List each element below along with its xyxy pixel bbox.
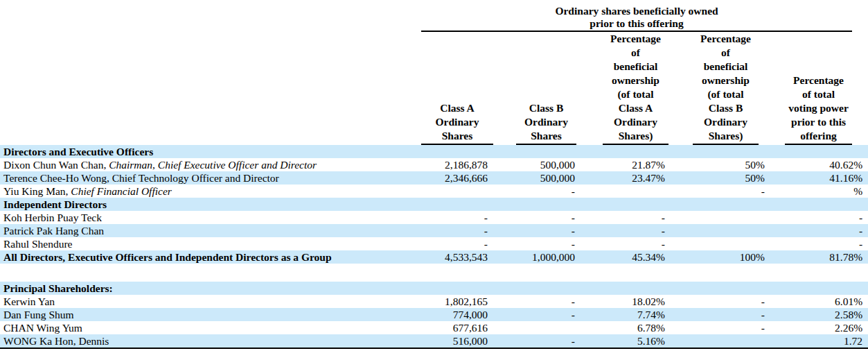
beneficial-ownership-table: Ordinary shares beneficially owned prior… xyxy=(0,0,868,357)
group-header-cell: Ordinary shares beneficially owned prior… xyxy=(416,0,868,32)
value-cell: - xyxy=(768,224,868,237)
value-cell xyxy=(493,321,579,334)
value-cell xyxy=(493,145,579,158)
person-row: Patrick Pak Hang Chan---- xyxy=(0,224,868,237)
value-cell: 21.87% xyxy=(579,158,671,171)
column-header-class-b-shares: Class BOrdinaryShares xyxy=(493,32,579,145)
value-cell: - xyxy=(671,185,768,198)
value-cell: - xyxy=(416,211,493,224)
row-title: Chairman, Chief Executive Officer and Di… xyxy=(106,159,317,171)
value-cell: 1.72 xyxy=(768,334,868,348)
value-cell: - xyxy=(493,237,579,250)
value-cell xyxy=(493,198,579,211)
value-cell: - xyxy=(579,237,671,250)
person-row: Kerwin Yan1,802,165-18.02%-6.01% xyxy=(0,295,868,308)
value-cell: - xyxy=(493,211,579,224)
row-label-cell: Kerwin Yan xyxy=(0,295,416,308)
section-row: Directors and Executive Officers xyxy=(0,145,868,158)
column-header-row: Class AOrdinaryShares Class BOrdinarySha… xyxy=(0,32,868,145)
row-label-cell: Rahul Shendure xyxy=(0,237,416,250)
row-label: CHAN Wing Yum xyxy=(3,322,82,334)
value-cell: - xyxy=(493,334,579,348)
bottom-rule xyxy=(0,348,868,357)
section-row: Principal Shareholders: xyxy=(0,282,868,295)
group-header-row: Ordinary shares beneficially owned prior… xyxy=(0,0,868,32)
bottom-rule-row xyxy=(0,348,868,357)
column-header-pct-class-b: Percentageofbeneficialownership(of total… xyxy=(671,32,768,145)
row-label: Principal Shareholders: xyxy=(3,282,113,294)
value-cell: - xyxy=(493,185,579,198)
value-cell xyxy=(671,224,768,237)
row-label: Dan Fung Shum xyxy=(3,309,74,320)
value-cell: - xyxy=(493,224,579,237)
value-cell: 7.74% xyxy=(579,308,671,321)
value-cell: 2,346,666 xyxy=(416,171,493,185)
person-row: Rahul Shendure---- xyxy=(0,237,868,250)
value-cell: 6.78% xyxy=(579,321,671,334)
value-cell xyxy=(671,282,768,295)
row-label-cell: Dan Fung Shum xyxy=(0,308,416,321)
value-cell: - xyxy=(416,224,493,237)
value-cell xyxy=(416,198,493,211)
row-label-cell: Patrick Pak Hang Chan xyxy=(0,224,416,237)
person-row: All Directors, Executive Officers and In… xyxy=(0,250,868,264)
value-cell: 2.26% xyxy=(768,321,868,334)
value-cell: 18.02% xyxy=(579,295,671,308)
row-label-cell: Directors and Executive Officers xyxy=(0,145,416,158)
value-cell xyxy=(416,282,493,295)
column-header-voting-power: Percentageof totalvoting powerprior to t… xyxy=(768,32,868,145)
value-cell: 5.16% xyxy=(579,334,671,348)
value-cell: 45.34% xyxy=(579,250,671,264)
value-cell: 516,000 xyxy=(416,334,493,348)
row-label: Terence Chee-Ho Wong, xyxy=(3,172,109,184)
value-cell: 1,000,000 xyxy=(493,250,579,264)
value-cell xyxy=(671,145,768,158)
value-cell: - xyxy=(493,295,579,308)
value-cell: 500,000 xyxy=(493,158,579,171)
row-title: Chief Technology Officer and Director xyxy=(109,172,279,184)
value-cell xyxy=(579,185,671,198)
row-label-cell: All Directors, Executive Officers and In… xyxy=(0,250,416,264)
row-label: Directors and Executive Officers xyxy=(3,146,153,157)
value-cell xyxy=(493,282,579,295)
value-cell: - xyxy=(671,308,768,321)
row-label-cell: WONG Ka Hon, Dennis xyxy=(0,334,416,348)
row-label-cell: Independent Directors xyxy=(0,198,416,211)
value-cell: 2,186,878 xyxy=(416,158,493,171)
person-row: Dan Fung Shum774,000-7.74%-2.58% xyxy=(0,308,868,321)
value-cell: 41.16% xyxy=(768,171,868,185)
value-cell: 677,616 xyxy=(416,321,493,334)
row-label-cell: Terence Chee-Ho Wong, Chief Technology O… xyxy=(0,171,416,185)
value-cell xyxy=(416,185,493,198)
value-cell: 81.78% xyxy=(768,250,868,264)
value-cell xyxy=(416,145,493,158)
value-cell: 774,000 xyxy=(416,308,493,321)
person-row: Dixon Chun Wan Chan, Chairman, Chief Exe… xyxy=(0,158,868,171)
value-cell: 50% xyxy=(671,171,768,185)
section-row: Independent Directors xyxy=(0,198,868,211)
value-cell xyxy=(579,282,671,295)
value-cell: 500,000 xyxy=(493,171,579,185)
value-cell: 6.01% xyxy=(768,295,868,308)
value-cell: - xyxy=(493,308,579,321)
row-label: Yiu King Man, xyxy=(3,185,68,197)
value-cell: 23.47% xyxy=(579,171,671,185)
row-label: Independent Directors xyxy=(3,198,107,210)
group-header-line2: prior to this offering xyxy=(421,17,852,30)
value-cell: - xyxy=(416,237,493,250)
column-header-class-a-shares: Class AOrdinaryShares xyxy=(416,32,493,145)
value-cell: - xyxy=(579,224,671,237)
row-label: Dixon Chun Wan Chan, xyxy=(3,159,106,171)
group-header-line1: Ordinary shares beneficially owned xyxy=(421,5,852,17)
value-cell xyxy=(671,334,768,348)
value-cell xyxy=(768,282,868,295)
person-row: Koh Herbin Puay Teck---- xyxy=(0,211,868,224)
table-body: Directors and Executive OfficersDixon Ch… xyxy=(0,145,868,348)
empty-name-header-cell xyxy=(0,32,416,145)
value-cell: 50% xyxy=(671,158,768,171)
row-title: Chief Financial Officer xyxy=(68,185,171,197)
row-label-cell: CHAN Wing Yum xyxy=(0,321,416,334)
row-label-cell: Dixon Chun Wan Chan, Chairman, Chief Exe… xyxy=(0,158,416,171)
spacer-row xyxy=(0,264,868,282)
row-label: Patrick Pak Hang Chan xyxy=(3,225,104,237)
